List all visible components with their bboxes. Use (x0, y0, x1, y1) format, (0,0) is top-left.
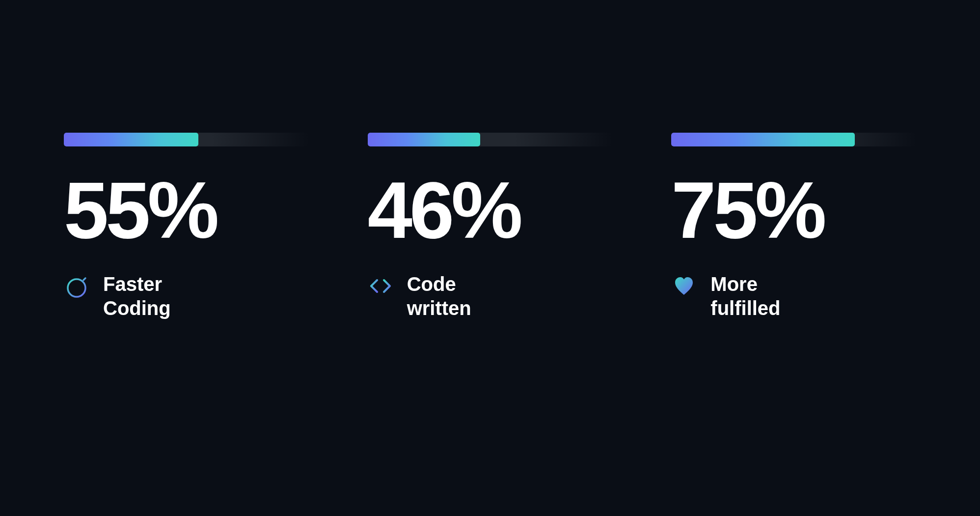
svg-line-4 (83, 278, 85, 280)
stopwatch-icon (64, 273, 89, 299)
stat-label: More fulfilled (710, 272, 780, 320)
stat-value: 75% (671, 170, 916, 251)
progress-bar (368, 133, 613, 146)
stat-label: Code written (407, 272, 471, 320)
progress-bar (64, 133, 309, 146)
stats-row: 55% Faster Coding (0, 0, 980, 320)
heart-icon (671, 273, 697, 299)
progress-fill (671, 133, 855, 146)
progress-fill (64, 133, 198, 146)
stat-label: Faster Coding (103, 272, 171, 320)
code-brackets-icon (368, 273, 393, 299)
stat-card-code-written: 46% Code written (368, 133, 613, 320)
progress-fill (368, 133, 480, 146)
progress-bar (671, 133, 916, 146)
stat-label-row: Code written (368, 272, 613, 320)
stat-label-row: More fulfilled (671, 272, 916, 320)
stat-card-faster-coding: 55% Faster Coding (64, 133, 309, 320)
stat-card-more-fulfilled: 75% More fulfilled (671, 133, 916, 320)
stat-label-row: Faster Coding (64, 272, 309, 320)
stat-value: 55% (64, 170, 309, 251)
stat-value: 46% (368, 170, 613, 251)
